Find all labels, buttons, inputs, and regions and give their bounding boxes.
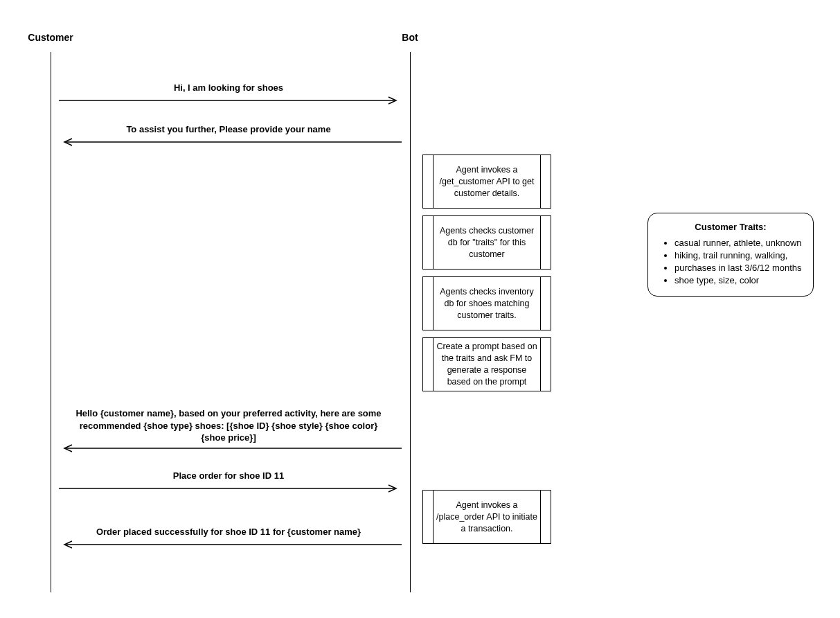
arrow-m5 — [59, 540, 402, 549]
selfbox-check-traits: Agents checks customer db for "traits" f… — [422, 215, 551, 270]
arrow-m2 — [59, 138, 402, 146]
arrow-m4 — [59, 484, 402, 493]
selfbox-create-prompt: Create a prompt based on the traits and … — [422, 337, 551, 391]
msg-order-success: Order placed successfully for shoe ID 11… — [66, 526, 391, 538]
selfbox-place-order-text: Agent invokes a /place_order API to init… — [434, 500, 539, 535]
lifeline-bot — [410, 52, 411, 592]
sequence-diagram: Customer Bot Hi, I am looking for shoes … — [0, 0, 840, 618]
msg-recommendation: Hello {customer name}, based on your pre… — [73, 407, 384, 444]
selfbox-get-customer: Agent invokes a /get_customer API to get… — [422, 154, 551, 209]
note-item: hiking, trail running, walking, — [674, 250, 802, 261]
actor-customer: Customer — [28, 32, 73, 43]
selfbox-get-customer-text: Agent invokes a /get_customer API to get… — [434, 164, 539, 200]
msg-provide-name: To assist you further, Please provide yo… — [66, 123, 391, 136]
arrow-m1 — [59, 96, 402, 105]
note-item: shoe type, size, color — [674, 275, 802, 285]
selfbox-create-prompt-text: Create a prompt based on the traits and … — [434, 341, 539, 388]
note-item: purchases in last 3/6/12 months — [674, 263, 802, 273]
selfbox-place-order: Agent invokes a /place_order API to init… — [422, 490, 551, 544]
selfbox-check-inventory: Agents checks inventory db for shoes mat… — [422, 276, 551, 330]
arrow-m3 — [59, 444, 402, 452]
msg-customer-looking-for-shoes: Hi, I am looking for shoes — [66, 82, 391, 94]
selfbox-check-inventory-text: Agents checks inventory db for shoes mat… — [434, 286, 539, 321]
note-title: Customer Traits: — [659, 222, 802, 232]
note-customer-traits: Customer Traits: casual runner, athlete,… — [647, 213, 814, 297]
msg-place-order: Place order for shoe ID 11 — [66, 470, 391, 482]
note-item: casual runner, athlete, unknown — [674, 238, 802, 248]
lifeline-customer — [51, 52, 51, 592]
actor-bot: Bot — [402, 32, 418, 43]
selfbox-check-traits-text: Agents checks customer db for "traits" f… — [434, 225, 539, 261]
